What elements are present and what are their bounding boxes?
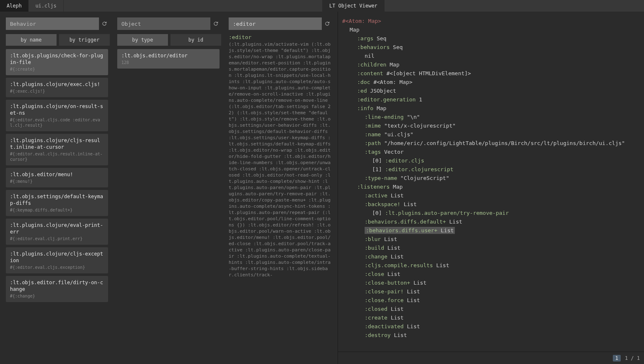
behavior-item-title: :lt.plugins.clojure/cljs-result.inline-a… [10,137,104,150]
listeners-key[interactable]: :listeners [357,184,390,190]
refresh-icon [101,21,107,27]
object-item[interactable]: :lt.objs.editor/editor128 [117,49,220,69]
line-ending-key[interactable]: :line-ending [365,114,404,120]
tags-val: Vector [384,149,404,155]
behaviors-diffs-default-val: List [449,219,462,225]
behaviors-diffs-default-key[interactable]: :behaviors.diffs.default+ [365,219,446,225]
detail-search-input[interactable] [229,17,322,30]
behavior-item[interactable]: :lt.objs.editor.file/dirty-on-change#{:c… [6,276,108,302]
behavior-item-title: :lt.objs.editor.file/dirty-on-change [10,279,104,293]
backspace-val: List [404,201,417,207]
backspace-key[interactable]: :backspace! [365,201,400,207]
build-val: List [387,245,400,251]
footer: 1 1 / 1 [338,352,644,364]
behavior-item[interactable]: :lt.objs.editor/menu!#{:menu!} [6,168,108,187]
mime-val: "text/x-clojurescript" [384,123,456,129]
cljs-compile-results-key[interactable]: :cljs.compile.results [365,262,433,268]
change-key[interactable]: :change [365,253,387,260]
behavior-refresh-button[interactable] [99,17,110,30]
detail-body: (:lt.plugins.vim/activate-vim (:lt.objs.… [229,41,333,278]
object-by-type-button[interactable]: by type [117,34,168,46]
active-key[interactable]: :active [365,192,387,199]
page-count: 1 / 1 [625,355,640,361]
behavior-item[interactable]: :lt.plugins.clojure/cljs-exception#{:edi… [6,247,108,273]
closed-key[interactable]: :closed [365,306,387,312]
behaviors-diffs-user-key: :behaviors.diffs.user+ [366,227,437,234]
line-ending-val: "\n" [407,114,420,120]
behavior-item-title: :lt.plugins.clojure/eval-print-err [10,222,104,235]
detail-refresh-button[interactable] [322,17,333,30]
detail-scroll[interactable]: :editor (:lt.plugins.vim/activate-vim (:… [229,34,333,362]
build-key[interactable]: :build [365,245,384,251]
behavior-item[interactable]: :lt.objs.plugins/check-for-plugin-file#{… [6,49,108,75]
close-button-key[interactable]: :close-button+ [365,280,410,286]
root-type[interactable]: Map [350,27,359,33]
behavior-column: by name by trigger :lt.objs.plugins/chec… [6,17,110,362]
nil-val: nil [365,53,374,59]
editor-generation-key[interactable]: :editor.generation [357,96,416,103]
close-pair-key[interactable]: :close-pair! [365,288,404,295]
behavior-item-title: :lt.objs.editor/menu! [10,171,104,178]
object-refresh-button[interactable] [210,17,221,30]
tab-aleph[interactable]: Aleph [0,0,29,12]
atom-header: #<Atom: Map> [342,18,381,24]
tab-lt-object-viewer[interactable]: LT Object Viewer [322,0,385,12]
behavior-item-title: :lt.objs.plugins/check-for-plugin-file [10,52,104,66]
behavior-item[interactable]: :lt.plugins.clojure/eval-print-err#{:edi… [6,219,108,245]
page-current-box[interactable]: 1 [613,355,621,362]
behavior-item-sub: #{:editor.eval.clj.print.err} [10,236,104,241]
top-tabbar: Aleph ui.cljs LT Object Viewer [0,0,644,12]
behavior-item-sub: #{:menu!} [10,179,104,184]
type-name-key[interactable]: :type-name [365,175,397,181]
close-force-key[interactable]: :close.force [365,297,404,303]
behaviors-key[interactable]: :behaviors [357,44,390,50]
behavior-list[interactable]: :lt.objs.plugins/check-for-plugin-file#{… [6,49,110,362]
doc-key[interactable]: :doc [357,79,370,85]
behavior-item-sub: #{:exec.cljs!} [10,89,104,94]
close-key[interactable]: :close [365,271,384,277]
behavior-item[interactable]: :lt.plugins.clojure/on-result-set-ns#{:e… [6,100,108,131]
behavior-search-input[interactable] [6,17,99,30]
deactivated-key[interactable]: :deactivated [365,323,404,330]
behaviors-val: Seq [393,44,402,50]
behaviors-diffs-user-highlighted[interactable]: :behaviors.diffs.user+ List [365,227,455,234]
object-viewer-tree[interactable]: #<Atom: Map> Map :args Seq :behaviors Se… [338,12,644,352]
tags-key[interactable]: :tags [365,149,381,155]
refresh-icon [324,21,330,27]
behavior-item[interactable]: :lt.plugins.clojure/cljs-result.inline-a… [6,134,108,165]
info-key[interactable]: :info [357,105,373,111]
behavior-item-sub: #{:keymap.diffs.default+} [10,207,104,213]
blur-key[interactable]: :blur [365,236,381,242]
create-key[interactable]: :create [365,315,387,321]
object-item-title: :lt.objs.editor/editor [121,52,215,59]
destroy-key[interactable]: :destroy [365,332,391,338]
object-list[interactable]: :lt.objs.editor/editor128 [117,49,221,362]
refresh-icon [213,21,219,27]
behavior-item[interactable]: :lt.objs.settings/default-keymap-diffs#{… [6,190,108,216]
args-key[interactable]: :args [357,35,373,42]
name-key[interactable]: :name [365,131,381,138]
behavior-by-name-button[interactable]: by name [6,34,57,46]
bs0-val: :lt.plugins.auto-paren/try-remove-pair [385,210,508,216]
path-key[interactable]: :path [365,140,381,146]
mime-key[interactable]: :mime [365,123,381,129]
tag1-idx: [1] [372,166,382,172]
children-key[interactable]: :children [357,61,386,68]
content-key[interactable]: :content [357,70,383,76]
object-search-input[interactable] [117,17,210,30]
object-column: by type by id :lt.objs.editor/editor128 [117,17,221,362]
path-val: "/home/eric/.config/LightTable/plugins/B… [384,140,625,146]
behavior-item[interactable]: :lt.plugins.clojure/exec.cljs!#{:exec.cl… [6,78,108,97]
tab-ui-cljs[interactable]: ui.cljs [29,0,64,12]
type-name-val: "ClojureScript" [400,175,449,181]
object-item-sub: 128 [121,60,215,65]
behavior-item-sub: #{:editor.eval.cljs.exception} [10,265,104,270]
behavior-by-trigger-button[interactable]: by trigger [59,34,110,46]
ed-key[interactable]: :ed [357,88,367,94]
object-by-id-button[interactable]: by id [170,34,221,46]
create-val: List [391,315,404,321]
behavior-item-sub: #{:editor.eval.cljs.result.inline-at-cur… [10,151,104,162]
detail-title: :editor [229,34,333,40]
args-val: Seq [377,35,386,42]
behavior-item-sub: #{:editor.eval.cljs.code :editor.eval.cl… [10,117,104,128]
